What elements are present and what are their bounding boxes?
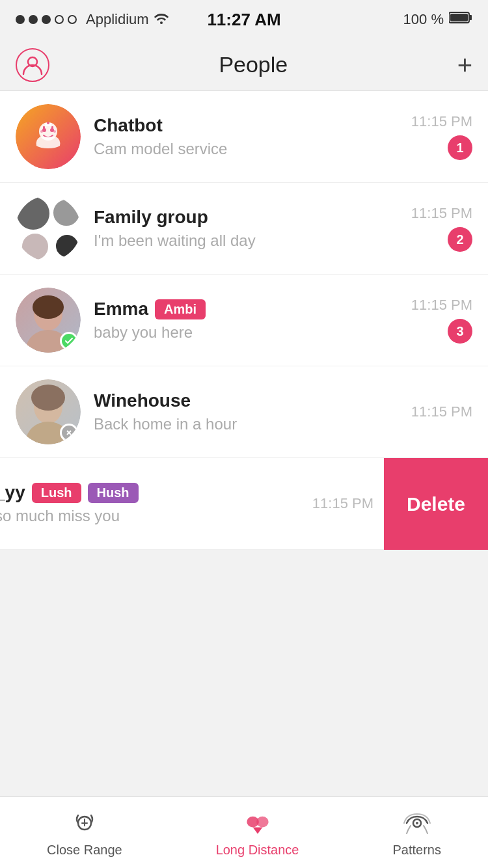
tab-label: Long Distance (216, 843, 299, 858)
svg-point-17 (31, 385, 65, 411)
unread-badge: 2 (448, 227, 472, 252)
svg-point-10 (47, 122, 49, 124)
chat-preview: Back home in a hour (94, 415, 411, 433)
svg-rect-1 (469, 15, 472, 20)
close-range-icon (69, 807, 100, 839)
chat-meta: 11:15 PM 1 (411, 113, 472, 160)
signal-dot-5 (68, 15, 77, 24)
signal-dot-3 (42, 15, 51, 24)
chat-name: Chatbot (94, 115, 163, 136)
page-title: People (219, 52, 288, 77)
chat-meta: 11:15 PM (411, 403, 472, 420)
tab-long-distance[interactable]: Long Distance (216, 807, 299, 858)
list-item[interactable]: Chatbot Cam model service 11:15 PM 1 (0, 91, 488, 183)
list-item[interactable]: _yy Lush Hush so much miss you 11:15 PM (0, 458, 389, 550)
status-left: Applidium (16, 11, 170, 28)
chat-info: Winehouse Back home in a hour (94, 390, 411, 433)
battery-percent: 100 % (403, 11, 444, 28)
status-bar: Applidium 11:27 AM 100 % (0, 0, 488, 39)
chat-time: 11:15 PM (411, 297, 472, 314)
tab-patterns[interactable]: Patterns (393, 807, 441, 858)
tab-close-range[interactable]: Close Range (47, 807, 122, 858)
svg-rect-7 (43, 126, 45, 129)
chat-info: _yy Lush Hush so much miss you (0, 482, 312, 525)
signal-dot-2 (29, 15, 38, 24)
swipe-wrapper: _yy Lush Hush so much miss you 11:15 PM … (0, 458, 488, 550)
chat-time: 11:15 PM (411, 205, 472, 222)
header: People + (0, 39, 488, 91)
bot-avatar (16, 104, 81, 169)
unread-badge: 1 (448, 135, 472, 160)
svg-point-23 (256, 817, 268, 828)
chat-name: Family group (94, 207, 208, 228)
svg-rect-8 (51, 126, 53, 129)
offline-indicator (60, 424, 78, 442)
user-avatar[interactable] (16, 48, 49, 82)
unread-badge: 3 (448, 319, 472, 344)
chat-preview: Cam model service (94, 140, 411, 158)
tab-bar: Close Range Long Distance Patterns (0, 796, 488, 868)
chat-info: Chatbot Cam model service (94, 115, 411, 158)
chat-time: 11:15 PM (312, 495, 373, 512)
tag-lush: Lush (32, 483, 81, 503)
chat-meta: 11:15 PM (312, 495, 373, 512)
svg-point-25 (416, 822, 418, 824)
chat-list: Chatbot Cam model service 11:15 PM 1 Fam… (0, 91, 488, 796)
add-button[interactable]: + (457, 52, 472, 78)
tab-label: Close Range (47, 843, 122, 858)
chat-name: Emma (94, 299, 148, 319)
svg-point-11 (40, 130, 43, 133)
chat-meta: 11:15 PM 2 (411, 205, 472, 252)
chat-time: 11:15 PM (411, 113, 472, 130)
long-distance-icon (242, 807, 273, 839)
battery-icon (449, 11, 472, 28)
svg-rect-2 (450, 14, 468, 21)
chat-preview: I'm been waiting all day (94, 232, 411, 250)
delete-label[interactable]: Delete (407, 493, 465, 515)
status-time: 11:27 AM (207, 10, 280, 30)
tag-ambi: Ambi (155, 299, 206, 319)
list-item[interactable]: Winehouse Back home in a hour 11:15 PM (0, 366, 488, 458)
group-avatar (16, 196, 81, 261)
chat-info: Family group I'm been waiting all day (94, 207, 411, 250)
avatar (16, 104, 81, 169)
avatar (16, 196, 81, 261)
chat-name: Winehouse (94, 390, 191, 411)
chat-info: Emma Ambi baby you here (94, 299, 411, 342)
tab-label: Patterns (393, 843, 441, 858)
chat-meta: 11:15 PM 3 (411, 297, 472, 344)
delete-button[interactable]: Delete (384, 458, 488, 550)
svg-point-14 (33, 295, 64, 319)
carrier-label: Applidium (86, 11, 149, 28)
chat-preview: so much miss you (0, 507, 312, 525)
signal-dot-4 (55, 15, 64, 24)
chat-time: 11:15 PM (411, 403, 472, 420)
list-item[interactable]: Emma Ambi baby you here 11:15 PM 3 (0, 275, 488, 366)
svg-point-12 (53, 130, 56, 133)
list-item[interactable]: Family group I'm been waiting all day 11… (0, 183, 488, 275)
online-indicator (60, 332, 78, 350)
chat-name: _yy (0, 482, 25, 503)
tag-hush: Hush (88, 483, 139, 503)
avatar (16, 379, 81, 444)
chat-preview: baby you here (94, 323, 411, 342)
signal-dot-1 (16, 15, 25, 24)
wifi-icon (153, 11, 170, 28)
status-right: 100 % (403, 11, 472, 28)
avatar (16, 288, 81, 353)
patterns-icon (401, 807, 433, 839)
